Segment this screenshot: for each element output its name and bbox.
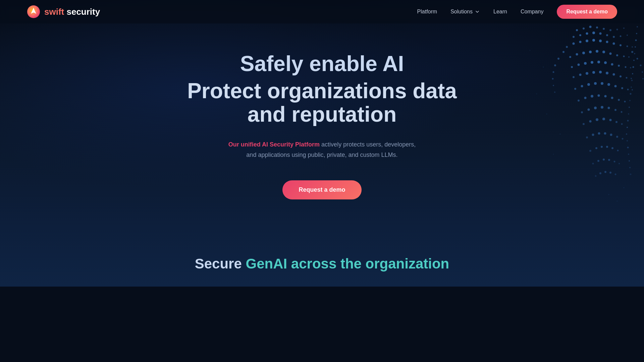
svg-point-60 [616, 54, 618, 56]
svg-point-122 [589, 150, 591, 152]
svg-point-84 [581, 85, 583, 87]
svg-point-103 [594, 107, 597, 109]
svg-point-32 [623, 27, 625, 29]
svg-point-78 [606, 72, 608, 74]
svg-point-42 [566, 46, 568, 48]
svg-point-120 [616, 136, 618, 138]
dot-figure-svg [476, 0, 644, 228]
svg-point-127 [617, 150, 619, 152]
svg-point-59 [609, 53, 612, 55]
svg-point-99 [618, 99, 620, 101]
svg-point-117 [598, 132, 600, 135]
svg-point-58 [602, 51, 605, 53]
svg-point-132 [614, 161, 615, 163]
svg-point-102 [588, 109, 590, 111]
svg-point-136 [604, 171, 606, 173]
svg-point-66 [591, 61, 593, 64]
svg-point-29 [603, 28, 605, 30]
svg-point-82 [631, 78, 632, 79]
svg-point-28 [596, 26, 598, 28]
svg-point-75 [586, 72, 588, 75]
svg-point-108 [583, 123, 585, 125]
svg-point-23 [629, 167, 631, 168]
hero-section: Safely enable AI Protect organizations d… [0, 0, 644, 228]
nav-cta-button[interactable]: Request a demo [557, 5, 617, 19]
svg-point-35 [586, 33, 588, 35]
svg-point-92 [632, 89, 633, 90]
logo-link[interactable]: swift security [27, 5, 100, 18]
svg-point-81 [626, 77, 628, 79]
svg-point-53 [569, 56, 571, 58]
svg-point-27 [589, 26, 592, 28]
svg-point-10 [631, 80, 633, 81]
svg-point-52 [632, 46, 633, 48]
hero-subtitle: Our unified AI Security Platform activel… [228, 139, 416, 160]
svg-point-124 [601, 146, 603, 148]
nav-solutions[interactable]: Solutions [450, 9, 480, 15]
svg-point-87 [601, 82, 603, 85]
svg-point-114 [621, 123, 623, 125]
svg-point-142 [553, 71, 554, 73]
svg-point-33 [573, 36, 575, 38]
svg-point-37 [599, 33, 602, 35]
section-title-part2: GenAI across the organization [246, 256, 449, 272]
svg-point-153 [546, 114, 547, 115]
svg-point-128 [592, 163, 594, 165]
svg-point-79 [613, 73, 615, 76]
svg-point-77 [599, 71, 602, 73]
svg-point-158 [617, 201, 618, 202]
svg-point-89 [614, 85, 617, 87]
svg-point-146 [631, 51, 633, 53]
hero-cta-button[interactable]: Request a demo [282, 180, 361, 199]
svg-point-139 [562, 51, 565, 53]
svg-point-63 [571, 66, 573, 68]
svg-point-94 [584, 97, 587, 99]
svg-point-24 [630, 174, 632, 175]
svg-point-36 [592, 32, 595, 34]
svg-point-64 [578, 64, 580, 66]
svg-point-80 [620, 75, 622, 77]
nav-platform[interactable]: Platform [417, 9, 437, 15]
svg-point-93 [578, 100, 580, 102]
svg-point-149 [642, 71, 643, 73]
svg-point-134 [595, 175, 597, 177]
svg-point-44 [579, 41, 582, 43]
svg-point-21 [628, 154, 629, 155]
nav-learn[interactable]: Learn [493, 9, 507, 15]
svg-point-12 [630, 93, 632, 95]
svg-point-40 [620, 36, 622, 37]
svg-point-50 [620, 44, 622, 46]
section-title-part1: Secure [195, 256, 246, 272]
svg-point-116 [592, 134, 594, 136]
svg-point-135 [599, 172, 601, 174]
svg-point-111 [602, 118, 605, 120]
svg-point-19 [627, 140, 628, 141]
svg-point-6 [634, 53, 635, 54]
svg-point-18 [626, 133, 627, 135]
svg-point-26 [583, 27, 585, 29]
svg-point-34 [579, 34, 581, 36]
svg-point-147 [637, 58, 638, 60]
svg-point-91 [627, 89, 629, 90]
svg-point-30 [609, 29, 611, 31]
svg-point-11 [631, 86, 632, 88]
svg-point-15 [628, 113, 629, 115]
svg-point-68 [604, 61, 607, 64]
svg-point-157 [624, 187, 625, 188]
svg-point-126 [611, 147, 613, 149]
logo-text: swift security [44, 7, 100, 17]
svg-point-47 [599, 40, 602, 42]
svg-point-41 [627, 35, 628, 36]
svg-point-73 [573, 76, 575, 78]
svg-point-13 [629, 100, 631, 101]
section-title: Secure GenAI across the organization [27, 255, 617, 273]
svg-point-39 [613, 36, 615, 38]
svg-point-130 [603, 159, 605, 161]
svg-point-110 [596, 118, 598, 121]
nav-company[interactable]: Company [521, 9, 543, 15]
svg-point-7 [633, 60, 635, 61]
svg-point-45 [586, 40, 588, 42]
svg-point-138 [615, 174, 616, 175]
svg-point-74 [579, 74, 582, 76]
svg-point-101 [581, 111, 583, 113]
